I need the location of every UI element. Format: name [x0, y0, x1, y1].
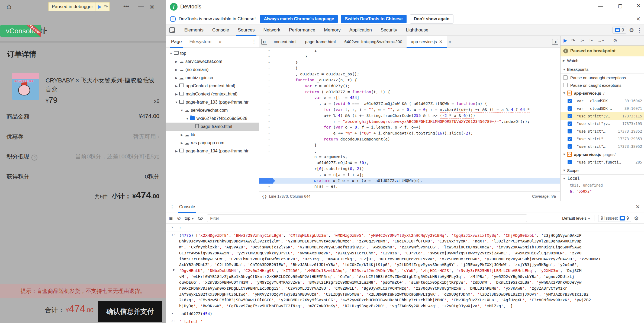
line-gutter[interactable]: - [259, 107, 273, 113]
drawer-menu-icon[interactable]: ⋮ [169, 204, 175, 210]
checkbox-unchecked[interactable] [563, 83, 568, 87]
file-tab[interactable]: app-service.js✕ [407, 36, 447, 48]
more-file-tabs-icon[interactable]: » [449, 39, 451, 44]
drawer-close-icon[interactable]: ✕ [636, 204, 640, 210]
live-expression-icon[interactable] [198, 217, 203, 220]
tree-item[interactable]: ▶page-frame_104 (page-frame.htr [166, 147, 259, 155]
window-maximize-button[interactable]: ▢ [616, 2, 624, 10]
tab-elements[interactable]: Elements [180, 24, 208, 36]
tab-lighthouse[interactable]: Lighthouse [401, 24, 433, 36]
disclosure-triangle-icon[interactable]: ▶ [174, 76, 179, 80]
console-output[interactable]: ›r‹·(4775) ['x2XHDgvZDf8', 'BMv3r29Vzhnj… [166, 224, 644, 323]
home-icon[interactable]: ⌂ [7, 2, 16, 10]
line-gutter[interactable]: - [259, 184, 273, 190]
resume-icon[interactable]: |▶ [563, 38, 566, 43]
checkbox-checked[interactable]: ✓ [568, 106, 572, 111]
line-gutter[interactable]: - [259, 54, 273, 60]
checkbox-checked[interactable]: ✓ [568, 137, 572, 141]
checkbox-checked[interactable]: ✓ [568, 129, 572, 133]
breakpoint-row[interactable]: ✓var __cloudSDK_…39:16042 [561, 97, 644, 105]
line-gutter[interactable]: - [259, 119, 273, 125]
tree-item[interactable]: ▼top [166, 49, 259, 57]
step-out-icon[interactable]: ↑• [589, 38, 593, 43]
scope-variable[interactable]: a: "658x2" [561, 188, 644, 194]
disclosure-triangle-icon[interactable]: ▼ [169, 52, 173, 55]
tab-filesystem[interactable]: Filesystem [189, 36, 211, 48]
line-gutter[interactable]: - [259, 95, 273, 101]
console-filter-input[interactable] [207, 215, 527, 222]
breakpoint-file-group[interactable]: ▼<>app-service.jspages/ [561, 150, 644, 158]
breakpoint-row[interactable]: ✓"use strict";v…17373:193 [561, 120, 644, 127]
more-options-icon[interactable]: ⋮ [637, 27, 642, 33]
line-gutter[interactable]: - [259, 142, 273, 148]
clear-console-icon[interactable]: ⊘ [177, 215, 181, 221]
more-tabs-icon[interactable]: » [219, 39, 221, 44]
breakpoint-row[interactable]: ✓"use strict";v…17373:115 [561, 112, 644, 120]
tab-console[interactable]: Console [178, 201, 196, 213]
expand-triangle-icon[interactable]: ▶ [173, 268, 175, 271]
tab-performance[interactable]: Performance [285, 24, 320, 36]
inspect-element-icon[interactable] [169, 27, 175, 33]
file-tab[interactable]: context.html [269, 36, 301, 48]
infobar-close-icon[interactable]: ✕ [636, 16, 640, 22]
disclosure-triangle-icon[interactable]: ▶ [180, 141, 184, 145]
file-tab[interactable]: 640?wx_fmt=png&wxfrom=200 [340, 36, 407, 48]
capsule-close-icon[interactable]: ◎ [150, 3, 154, 10]
disclosure-triangle-icon[interactable]: ▼ [174, 101, 179, 104]
tree-item[interactable]: ▶☁(no domain) [166, 66, 259, 74]
step-icon[interactable]: →• [598, 38, 604, 43]
order-detail-row[interactable]: 优惠券暂无可用› [0, 131, 166, 142]
settings-gear-icon[interactable]: ⚙ [629, 27, 634, 33]
line-gutter[interactable]: - [259, 160, 273, 166]
tree-item[interactable]: ▼wx9627eb7f4b1c69d5/628 [166, 114, 259, 123]
disclosure-triangle-icon[interactable]: ▼ [180, 109, 184, 112]
code-editor[interactable]: - i- }- }- )- , a01d027e = a01d027e_bs()… [259, 48, 560, 191]
deactivate-breakpoints-icon[interactable]: ⊘ [613, 38, 617, 43]
line-gutter[interactable]: - [259, 48, 273, 54]
confirm-pay-button[interactable]: 确认信息并支付 [98, 301, 162, 322]
capsule-more-icon[interactable]: ••• [123, 3, 129, 9]
console-result[interactable]: ‹·(4775) ['x2XHDgvZDf8', 'BMv3r29VzhnjC1… [166, 232, 644, 310]
line-gutter[interactable]: - [259, 89, 273, 95]
dont-show-again-button[interactable]: Don't show again [410, 14, 454, 24]
disclosure-triangle-icon[interactable]: ▼ [185, 117, 189, 120]
close-icon[interactable]: ✕ [439, 39, 443, 44]
tree-item[interactable]: ▼☁servicewechat.com [166, 106, 259, 114]
tree-item[interactable]: ▶☁res.paquapp.com [166, 139, 259, 147]
help-icon[interactable]: ? [31, 155, 37, 161]
log-levels-dropdown[interactable]: Default levels ▼ [562, 216, 590, 220]
navigator-menu-icon[interactable]: ⋮ [251, 39, 257, 45]
line-gutter[interactable]: - [259, 83, 273, 89]
disclosure-triangle-icon[interactable]: ▶ [174, 60, 179, 63]
tab-sources[interactable]: Sources [233, 24, 259, 36]
line-gutter[interactable]: - [259, 65, 273, 71]
scope-variable[interactable]: this: undefined [561, 182, 644, 188]
step-into-icon[interactable]: ↓• [580, 38, 584, 43]
line-gutter[interactable]: - [259, 136, 273, 142]
checkbox-unchecked[interactable] [563, 75, 568, 80]
tab-security[interactable]: Security [376, 24, 401, 36]
tab-memory[interactable]: Memory [320, 24, 345, 36]
window-close-button[interactable]: ✕ [635, 2, 643, 10]
disclosure-triangle-icon[interactable]: ▶ [180, 133, 184, 137]
breakpoints-section-header[interactable]: ▼Breakpoints [561, 65, 644, 74]
line-gutter[interactable]: - [259, 101, 273, 107]
local-scope-header[interactable]: ▼Local [561, 175, 644, 182]
console-command[interactable]: ›r [166, 224, 644, 232]
tab-application[interactable]: Application [345, 24, 376, 36]
tab-console[interactable]: Console [208, 24, 233, 36]
step-over-icon[interactable]: ↷ [571, 38, 575, 43]
line-gutter[interactable]: - [259, 148, 273, 154]
context-selector[interactable]: top ▼ [185, 216, 194, 220]
checkbox-checked[interactable]: ✓ [568, 160, 572, 164]
window-minimize-button[interactable]: — [597, 2, 605, 10]
capsule-minimize-icon[interactable]: — [138, 3, 144, 9]
issues-badge[interactable]: 9 [612, 27, 626, 34]
resume-script-icon[interactable]: |▶ [98, 4, 101, 9]
line-gutter[interactable]: - [259, 77, 273, 83]
line-gutter[interactable]: - [259, 130, 273, 136]
scope-section-header[interactable]: ▼Scope [561, 166, 644, 175]
tree-item[interactable]: ▶appContext (context.html) [166, 82, 259, 90]
tree-item[interactable]: ▶☁mmbiz.qpic.cn [166, 74, 259, 82]
watch-section-header[interactable]: ▶Watch [561, 56, 644, 65]
